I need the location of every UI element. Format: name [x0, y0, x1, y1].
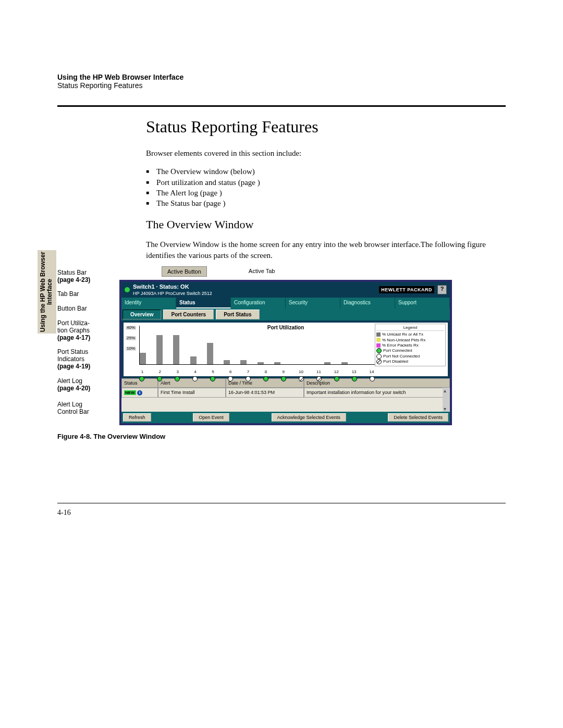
alert-datetime: 16-Jun-98 4:01:53 PM	[226, 388, 304, 398]
side-chapter-tab: Using the HP Web Browser Interface	[38, 250, 56, 334]
running-header-line1: Using the HP Web Browser Interface	[57, 73, 506, 81]
left-callouts: Status Bar(page 4-23) Tab Bar Button Bar…	[57, 268, 117, 423]
port-disabled-icon	[299, 376, 304, 381]
x-tick: 6	[227, 369, 234, 374]
callout-label: Status Bar	[57, 269, 87, 276]
x-tick: 13	[351, 369, 357, 374]
y-label: 10%	[126, 347, 136, 351]
info-icon: i	[137, 390, 142, 396]
chart-x-labels: 1234567891011121314	[139, 369, 375, 374]
port-status-button[interactable]: Port Status	[216, 310, 259, 319]
x-tick: 1	[139, 369, 145, 374]
switch-status-text: Switch1 · Status: OK	[133, 283, 189, 290]
port-connected-icon	[352, 376, 357, 381]
callout-label: Port Utiliza- tion Graphs	[57, 319, 90, 334]
callout-ref: (page 4-17)	[57, 334, 90, 341]
port-not-connected-icon	[192, 376, 198, 381]
refresh-button[interactable]: Refresh	[123, 413, 151, 422]
legend-item: Port Connected	[376, 348, 444, 354]
tab-security[interactable]: Security	[286, 298, 340, 309]
y-label: 40%	[126, 326, 136, 330]
help-button[interactable]: ?	[437, 285, 447, 294]
x-tick: 10	[298, 369, 304, 374]
overview-window-screenshot: Switch1 · Status: OK HP J4093A HP ProCur…	[119, 280, 452, 425]
legend-text: Port Connected	[383, 348, 412, 353]
port-connected-icon	[139, 376, 144, 381]
port-not-connected-icon	[246, 376, 251, 381]
bar-port-4	[190, 356, 197, 364]
x-tick: 4	[192, 369, 199, 374]
divider-thin	[57, 503, 506, 503]
alert-name: First Time Install	[158, 388, 226, 398]
alert-row[interactable]: NEW i First Time Install 16-Jun-98 4:01:…	[121, 388, 450, 398]
switch-model-text: HP J4093A HP ProCurve Switch 2512	[133, 291, 212, 296]
figure-caption: Figure 4-8. The Overview Window	[57, 433, 506, 440]
bullet-item: The Overview window (below)	[146, 166, 506, 177]
port-status-indicators	[139, 376, 375, 381]
bar-port-13	[341, 362, 348, 364]
x-tick: 9	[280, 369, 287, 374]
tab-diagnostics[interactable]: Diagnostics	[340, 298, 395, 309]
divider-thick	[57, 105, 506, 107]
bar-port-12	[324, 362, 331, 364]
running-header-line2: Status Reporting Features	[57, 81, 506, 90]
alert-description: Important installation information for y…	[304, 388, 450, 398]
x-tick: 14	[369, 369, 375, 374]
bullet-item: Port utilization and status (page )	[146, 177, 506, 188]
callout-label: Alert Log	[57, 377, 82, 385]
tab-identity[interactable]: Identity	[121, 298, 176, 309]
legend-swatch-icon	[376, 354, 382, 359]
tab-support[interactable]: Support	[395, 298, 450, 309]
hp-logo-icon: HEWLETT PACKARD	[379, 286, 434, 293]
y-label: 25%	[126, 336, 136, 340]
callout-ref: (page 4-20)	[57, 385, 90, 392]
x-tick: 12	[333, 369, 339, 374]
chart-bars	[139, 326, 375, 365]
new-badge-icon: NEW	[124, 390, 136, 395]
legend-item: Port Not Connected	[376, 354, 444, 360]
callout-active-tab: Active Tab	[243, 266, 280, 277]
legend-title: Legend	[376, 325, 444, 331]
port-connected-icon	[210, 376, 215, 381]
port-connected-icon	[263, 376, 268, 381]
callout-ref: (page 4-19)	[57, 363, 90, 370]
section-paragraph: The Overview Window is the home screen f…	[146, 239, 506, 261]
bar-port-2	[156, 335, 163, 364]
delete-events-button[interactable]: Delete Selected Events	[388, 413, 448, 422]
port-counters-button[interactable]: Port Counters	[163, 310, 214, 319]
port-not-connected-icon	[370, 376, 375, 381]
legend-item: % Non-Unicast Pkts Rx	[376, 338, 444, 343]
x-tick: 3	[175, 369, 181, 374]
legend-swatch-icon	[376, 343, 381, 348]
chart-legend: Legend % Unicast Rx or All Tx% Non-Unica…	[375, 324, 446, 366]
overview-button[interactable]: Overview	[123, 310, 161, 319]
chart-y-labels: 40% 25% 10%	[126, 326, 136, 357]
running-header: Using the HP Web Browser Interface Statu…	[57, 73, 506, 90]
page-number: 4-16	[57, 509, 506, 517]
alert-log-body[interactable]: NEW i First Time Install 16-Jun-98 4:01:…	[121, 388, 450, 412]
tab-status[interactable]: Status	[176, 298, 231, 309]
tab-configuration[interactable]: Configuration	[231, 298, 286, 309]
port-utilization-chart: Port Utilization 40% 25% 10% 12345678910…	[124, 323, 448, 376]
page-title: Status Reporting Features	[146, 117, 506, 137]
callout-label: Tab Bar	[57, 290, 79, 298]
open-event-button[interactable]: Open Event	[193, 413, 229, 422]
x-tick: 5	[210, 369, 216, 374]
port-disabled-icon	[316, 376, 322, 381]
bullet-item: The Status bar (page )	[146, 198, 506, 208]
callout-label: Alert Log Control Bar	[57, 401, 89, 415]
callout-ref: (page 4-23)	[57, 276, 90, 283]
legend-item: Port Disabled	[376, 359, 444, 365]
legend-swatch-icon	[376, 332, 381, 337]
status-bar: Switch1 · Status: OK HP J4093A HP ProCur…	[121, 282, 450, 298]
legend-swatch-icon	[376, 338, 381, 342]
port-not-connected-icon	[228, 376, 233, 381]
port-connected-icon	[157, 376, 162, 381]
bar-port-9	[274, 362, 280, 364]
x-tick: 2	[157, 369, 163, 374]
callout-label: Button Bar	[57, 305, 87, 312]
intro-paragraph: Browser elements covered in this section…	[146, 148, 506, 158]
scrollbar[interactable]	[443, 388, 450, 412]
alert-log: Status Alert Date / Time Description NEW…	[121, 378, 450, 412]
acknowledge-events-button[interactable]: Acknowledge Selected Events	[272, 413, 346, 422]
